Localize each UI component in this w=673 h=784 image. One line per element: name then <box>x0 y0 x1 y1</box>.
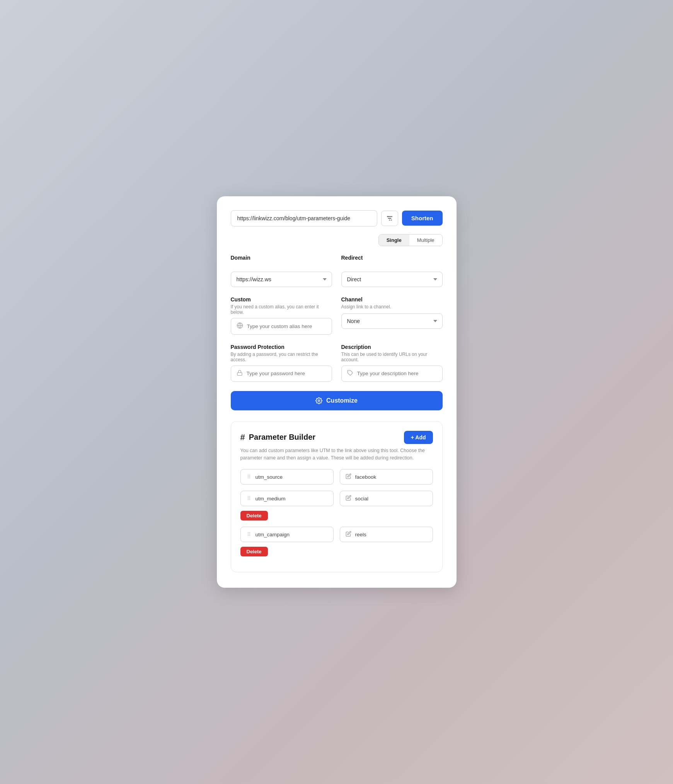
add-param-button[interactable]: + Add <box>404 431 433 444</box>
svg-point-20 <box>249 498 250 498</box>
svg-point-27 <box>247 535 248 536</box>
param-value-3-input[interactable] <box>355 532 427 537</box>
domain-label: Domain <box>231 255 332 261</box>
param-item-2: Delete <box>240 491 433 520</box>
password-input[interactable] <box>247 371 326 376</box>
gear-icon <box>315 397 322 404</box>
channel-select-wrap: None <box>341 313 443 329</box>
param-key-2-wrap <box>240 491 334 506</box>
globe-icon <box>237 322 243 330</box>
filter-button[interactable] <box>381 211 398 226</box>
description-label: Description <box>341 344 443 350</box>
svg-point-3 <box>387 216 388 217</box>
description-sublabel: This can be used to identify URLs on you… <box>341 352 443 362</box>
custom-alias-input[interactable] <box>247 323 326 329</box>
edit-icon-1 <box>346 473 351 480</box>
param-row-2 <box>240 491 433 506</box>
url-input-wrap <box>231 210 377 226</box>
description-field: Description This can be used to identify… <box>341 344 443 382</box>
password-input-wrap <box>231 366 332 382</box>
delete-param-3-button[interactable]: Delete <box>240 547 268 556</box>
svg-point-28 <box>249 535 250 536</box>
channel-field: Channel Assign link to a channel. None <box>341 296 443 335</box>
multiple-toggle[interactable]: Multiple <box>409 235 442 246</box>
redirect-label: Redirect <box>341 255 443 261</box>
svg-point-5 <box>391 219 392 221</box>
svg-point-14 <box>249 476 250 477</box>
domain-select-wrap: https://wizz.ws <box>231 272 332 287</box>
svg-rect-8 <box>237 372 242 375</box>
delete-param-2-button[interactable]: Delete <box>240 511 268 520</box>
edit-icon-2 <box>346 495 351 502</box>
edit-icon-3 <box>346 531 351 538</box>
param-builder: # Parameter Builder + Add You can add cu… <box>231 421 443 573</box>
domain-select[interactable]: https://wizz.ws <box>231 272 332 287</box>
param-value-1-wrap <box>340 469 433 485</box>
svg-point-26 <box>249 534 250 534</box>
param-key-2-input[interactable] <box>256 496 328 502</box>
param-item-1 <box>240 469 433 485</box>
url-row: Shorten <box>231 210 443 226</box>
redirect-field: Redirect Direct <box>341 255 443 287</box>
drag-icon-3 <box>246 531 252 538</box>
tag-icon <box>347 370 353 378</box>
param-value-3-wrap <box>340 527 433 542</box>
drag-icon-2 <box>246 495 252 502</box>
password-sublabel: By adding a password, you can restrict t… <box>231 352 332 362</box>
hash-icon: # <box>240 432 245 442</box>
svg-point-11 <box>247 474 248 475</box>
param-key-1-input[interactable] <box>256 474 328 480</box>
svg-point-12 <box>249 474 250 475</box>
svg-point-10 <box>318 400 320 402</box>
main-card: Shorten Single Multiple Domain https://w… <box>217 196 457 588</box>
param-value-2-wrap <box>340 491 433 506</box>
svg-point-24 <box>249 532 250 533</box>
redirect-select[interactable]: Direct <box>341 272 443 287</box>
toggle-group: Single Multiple <box>378 234 443 246</box>
svg-point-22 <box>249 499 250 500</box>
customize-button[interactable]: Customize <box>231 391 443 410</box>
svg-point-19 <box>247 498 248 498</box>
param-title-wrap: # Parameter Builder <box>240 432 316 442</box>
param-key-3-wrap <box>240 527 334 542</box>
svg-point-17 <box>247 496 248 497</box>
param-item-3: Delete <box>240 527 433 556</box>
single-toggle[interactable]: Single <box>379 235 409 246</box>
custom-sublabel: If you need a custom alias, you can ente… <box>231 304 332 315</box>
redirect-sublabel <box>341 262 443 269</box>
customize-label: Customize <box>326 397 358 404</box>
svg-point-16 <box>249 477 250 478</box>
lock-icon <box>237 370 243 378</box>
password-field: Password Protection By adding a password… <box>231 344 332 382</box>
param-row-3 <box>240 527 433 542</box>
param-header: # Parameter Builder + Add <box>240 431 433 444</box>
svg-point-13 <box>247 476 248 477</box>
svg-point-18 <box>249 496 250 497</box>
param-row-1 <box>240 469 433 485</box>
url-input[interactable] <box>237 215 371 221</box>
svg-point-25 <box>247 534 248 534</box>
svg-point-15 <box>247 477 248 478</box>
description-input[interactable] <box>357 371 437 376</box>
channel-label: Channel <box>341 296 443 303</box>
channel-sublabel: Assign link to a channel. <box>341 304 443 310</box>
redirect-select-wrap: Direct <box>341 272 443 287</box>
param-key-1-wrap <box>240 469 334 485</box>
shorten-button[interactable]: Shorten <box>402 211 443 226</box>
password-label: Password Protection <box>231 344 332 350</box>
param-builder-desc: You can add custom parameters like UTM t… <box>240 447 433 462</box>
toggle-row: Single Multiple <box>231 234 443 246</box>
password-description-row: Password Protection By adding a password… <box>231 344 443 382</box>
drag-icon-1 <box>246 474 252 480</box>
param-key-3-input[interactable] <box>256 532 328 537</box>
channel-select[interactable]: None <box>341 313 443 329</box>
svg-point-21 <box>247 499 248 500</box>
domain-sublabel <box>231 262 332 269</box>
param-value-2-input[interactable] <box>355 496 427 502</box>
custom-channel-row: Custom If you need a custom alias, you c… <box>231 296 443 335</box>
param-builder-title: Parameter Builder <box>249 433 315 442</box>
custom-label: Custom <box>231 296 332 303</box>
param-value-1-input[interactable] <box>355 474 427 480</box>
custom-alias-input-wrap <box>231 318 332 335</box>
custom-field: Custom If you need a custom alias, you c… <box>231 296 332 335</box>
